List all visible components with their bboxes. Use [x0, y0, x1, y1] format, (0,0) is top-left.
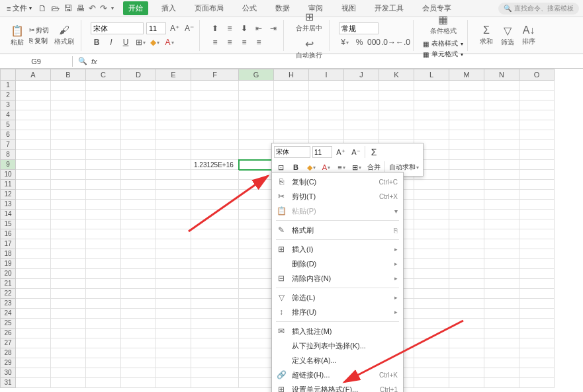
percent-button[interactable]: % — [353, 36, 365, 48]
cell-N22[interactable] — [484, 289, 519, 299]
row-header-27[interactable]: 27 — [0, 338, 16, 348]
cell-G30[interactable] — [239, 368, 274, 378]
row-header-30[interactable]: 30 — [0, 368, 16, 378]
mini-decrease-font[interactable]: A⁻ — [349, 145, 363, 159]
cell-C14[interactable] — [86, 210, 121, 219]
cell-N11[interactable] — [484, 180, 519, 190]
cell-N26[interactable] — [484, 329, 519, 338]
cell-D26[interactable] — [121, 329, 156, 338]
cell-L12[interactable] — [414, 190, 449, 200]
cell-F19[interactable] — [191, 259, 239, 269]
row-header-5[interactable]: 5 — [0, 120, 16, 130]
cell-G23[interactable] — [239, 299, 274, 309]
cell-F27[interactable] — [191, 338, 239, 348]
cell-A24[interactable] — [16, 309, 51, 319]
cell-G31[interactable] — [239, 378, 274, 388]
cell-A5[interactable] — [16, 120, 51, 130]
save-icon[interactable]: 🖫 — [64, 3, 72, 13]
cell-E14[interactable] — [156, 210, 191, 219]
cell-A16[interactable] — [16, 229, 51, 239]
cell-N12[interactable] — [484, 190, 519, 200]
cell-G15[interactable] — [239, 219, 274, 229]
cell-A27[interactable] — [16, 338, 51, 348]
cell-L20[interactable] — [414, 269, 449, 279]
cell-M1[interactable] — [449, 81, 484, 91]
cell-F26[interactable] — [191, 329, 239, 338]
cell-A26[interactable] — [16, 329, 51, 338]
cell-O8[interactable] — [519, 150, 555, 160]
file-menu[interactable]: ≡ 文件 ▾ — [4, 2, 34, 15]
row-header-6[interactable]: 6 — [0, 130, 16, 140]
cell-O25[interactable] — [519, 319, 555, 329]
indent-right-button[interactable]: ⇥ — [267, 22, 279, 34]
cell-G4[interactable] — [239, 110, 274, 120]
cell-A14[interactable] — [16, 210, 51, 219]
cell-K1[interactable] — [379, 81, 414, 91]
cell-B25[interactable] — [51, 319, 86, 329]
cell-B20[interactable] — [51, 269, 86, 279]
cell-N5[interactable] — [484, 120, 519, 130]
cell-A11[interactable] — [16, 180, 51, 190]
cell-D11[interactable] — [121, 180, 156, 190]
cell-B3[interactable] — [51, 100, 86, 110]
cell-E31[interactable] — [156, 378, 191, 388]
decrease-decimal-button[interactable]: ←.0 — [397, 36, 409, 48]
row-header-28[interactable]: 28 — [0, 348, 16, 358]
cell-B2[interactable] — [51, 91, 86, 100]
row-header-2[interactable]: 2 — [0, 91, 16, 100]
cell-M12[interactable] — [449, 190, 484, 200]
col-header-N[interactable]: N — [484, 69, 519, 81]
cell-D19[interactable] — [121, 259, 156, 269]
cell-B6[interactable] — [51, 130, 86, 140]
cell-D18[interactable] — [121, 249, 156, 259]
mini-font-name[interactable] — [274, 146, 310, 158]
cell-M27[interactable] — [449, 338, 484, 348]
cell-D28[interactable] — [121, 348, 156, 358]
cell-L13[interactable] — [414, 200, 449, 210]
cell-F23[interactable] — [191, 299, 239, 309]
cell-L25[interactable] — [414, 319, 449, 329]
filter-button[interactable]: ▽筛选 — [498, 23, 517, 48]
cell-B16[interactable] — [51, 229, 86, 239]
row-header-21[interactable]: 21 — [0, 279, 16, 289]
increase-font-button[interactable]: A⁺ — [169, 22, 181, 34]
currency-button[interactable]: ¥ — [339, 36, 351, 48]
cell-F3[interactable] — [191, 100, 239, 110]
cell-C3[interactable] — [86, 100, 121, 110]
row-header-12[interactable]: 12 — [0, 190, 16, 200]
cell-D4[interactable] — [121, 110, 156, 120]
cell-L28[interactable] — [414, 348, 449, 358]
cell-C1[interactable] — [86, 81, 121, 91]
cell-M17[interactable] — [449, 239, 484, 249]
cell-D20[interactable] — [121, 269, 156, 279]
decrease-font-button[interactable]: A⁻ — [183, 22, 195, 34]
cell-O7[interactable] — [519, 140, 555, 150]
cell-N14[interactable] — [484, 210, 519, 219]
cell-M10[interactable] — [449, 170, 484, 180]
cell-K2[interactable] — [379, 91, 414, 100]
cell-D25[interactable] — [121, 319, 156, 329]
cell-B19[interactable] — [51, 259, 86, 269]
cell-F24[interactable] — [191, 309, 239, 319]
cell-M21[interactable] — [449, 279, 484, 289]
cell-F5[interactable] — [191, 120, 239, 130]
cell-F11[interactable] — [191, 180, 239, 190]
cell-O6[interactable] — [519, 130, 555, 140]
comma-button[interactable]: 000 — [368, 36, 380, 48]
mini-sigma-button[interactable]: Σ — [367, 145, 381, 159]
copy-button[interactable]: ⎘复制 — [29, 36, 49, 46]
cell-D1[interactable] — [121, 81, 156, 91]
cell-O30[interactable] — [519, 368, 555, 378]
cell-N18[interactable] — [484, 249, 519, 259]
format-painter-button[interactable]: 🖌 格式刷 — [52, 23, 77, 48]
cell-C22[interactable] — [86, 289, 121, 299]
open-icon[interactable]: 🗁 — [51, 3, 60, 13]
cell-E9[interactable] — [156, 160, 191, 170]
tab-start[interactable]: 开始 — [123, 1, 148, 15]
cell-N19[interactable] — [484, 259, 519, 269]
merge-center-button[interactable]: ⊞ 合并居中 — [293, 9, 325, 34]
cell-E29[interactable] — [156, 358, 191, 368]
cell-J2[interactable] — [344, 91, 379, 100]
cell-G20[interactable] — [239, 269, 274, 279]
cell-E27[interactable] — [156, 338, 191, 348]
